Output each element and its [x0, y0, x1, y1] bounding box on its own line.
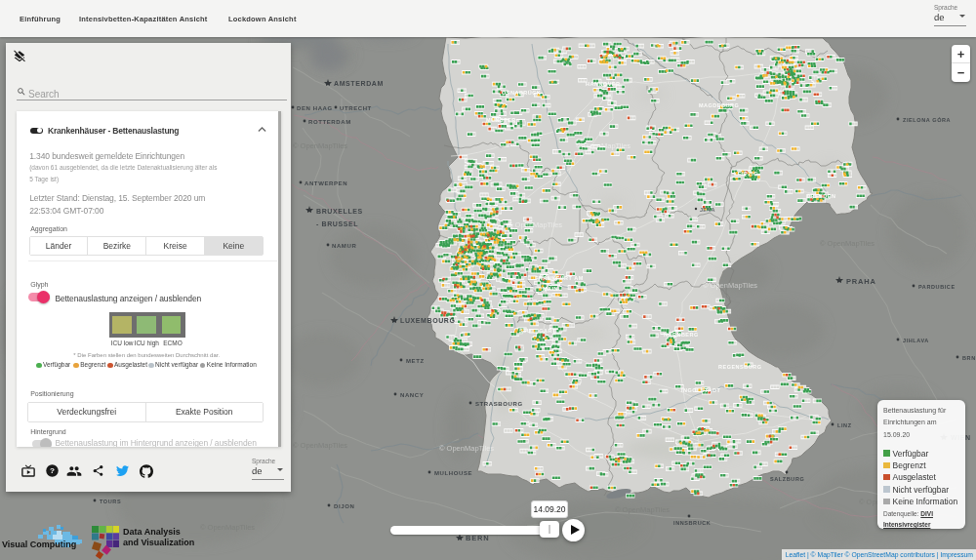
svg-text:REGENSBURG: REGENSBURG	[718, 364, 761, 370]
svg-text:STRASBOURG: STRASBOURG	[475, 401, 523, 407]
svg-text:OSNABRÜCK: OSNABRÜCK	[502, 90, 541, 96]
svg-text:and Visualization: and Visualization	[123, 538, 194, 547]
svg-text:TOURS: TOURS	[100, 499, 121, 504]
svg-text:© OpenMapTiles: © OpenMapTiles	[820, 239, 874, 248]
svg-text:FRANKFURT AM: FRANKFURT AM	[535, 275, 584, 281]
svg-text:PRAHA: PRAHA	[846, 277, 876, 286]
svg-text:METZ: METZ	[406, 358, 425, 364]
svg-text:© OpenMapTiles: © OpenMapTiles	[508, 220, 562, 229]
svg-text:Data Analysis: Data Analysis	[123, 527, 181, 537]
svg-text:DIJON: DIJON	[334, 503, 354, 509]
svg-text:© OpenMapTiles: © OpenMapTiles	[293, 441, 347, 450]
svg-text:MAIN: MAIN	[543, 286, 558, 292]
svg-text:DEN HAAG: DEN HAAG	[297, 105, 333, 111]
svg-text:© OpenMapTiles: © OpenMapTiles	[703, 281, 757, 290]
svg-text:LINZ: LINZ	[837, 422, 852, 428]
svg-text:MULHOUSE: MULHOUSE	[434, 470, 472, 476]
svg-text:© OpenMapTiles: © OpenMapTiles	[293, 141, 347, 150]
svg-text:© OpenMapTiles: © OpenMapTiles	[439, 444, 494, 453]
svg-text:BERN: BERN	[466, 534, 489, 542]
svg-text:JIHLAVA: JIHLAVA	[903, 338, 929, 343]
svg-text:STUTTGART: STUTTGART	[519, 328, 556, 334]
svg-text:MÜNSTER: MÜNSTER	[486, 117, 516, 123]
svg-text:ANTWERPEN: ANTWERPEN	[305, 180, 347, 186]
svg-text:NAMUR: NAMUR	[332, 243, 356, 249]
svg-text:LUXEMBOURG: LUXEMBOURG	[400, 317, 456, 324]
svg-text:© OpenMapTiles: © OpenMapTiles	[576, 141, 630, 150]
svg-text:JENA: JENA	[700, 207, 715, 213]
svg-text:INGOLSTADT: INGOLSTADT	[681, 387, 720, 393]
svg-text:PARDUBICE: PARDUBICE	[918, 284, 956, 290]
svg-text:UTRECHT: UTRECHT	[340, 105, 372, 111]
svg-text:SALZBURG: SALZBURG	[770, 476, 804, 482]
svg-text:HANNOVER: HANNOVER	[586, 81, 620, 87]
svg-text:ROTTERDAM: ROTTERDAM	[308, 119, 351, 125]
svg-text:ZIELONA GÓRA: ZIELONA GÓRA	[903, 116, 951, 123]
svg-text:- BRUSSEL: - BRUSSEL	[316, 220, 358, 227]
svg-text:LEIPZIG: LEIPZIG	[734, 171, 758, 177]
svg-text:?: ?	[50, 466, 55, 475]
svg-text:Visual Computing: Visual Computing	[2, 540, 76, 549]
svg-text:INNSBRUCK: INNSBRUCK	[673, 520, 711, 526]
svg-text:© OpenMapTiles: © OpenMapTiles	[615, 505, 670, 514]
svg-text:NANCY: NANCY	[400, 392, 424, 398]
svg-text:DRESDEN: DRESDEN	[806, 193, 835, 199]
svg-text:AMSTERDAM: AMSTERDAM	[334, 80, 384, 87]
svg-text:BRNO: BRNO	[962, 355, 976, 361]
svg-text:BRUXELLES: BRUXELLES	[316, 208, 363, 215]
svg-text:MAGDEBURG: MAGDEBURG	[699, 102, 739, 108]
svg-text:NÜRNBERG: NÜRNBERG	[664, 332, 699, 338]
